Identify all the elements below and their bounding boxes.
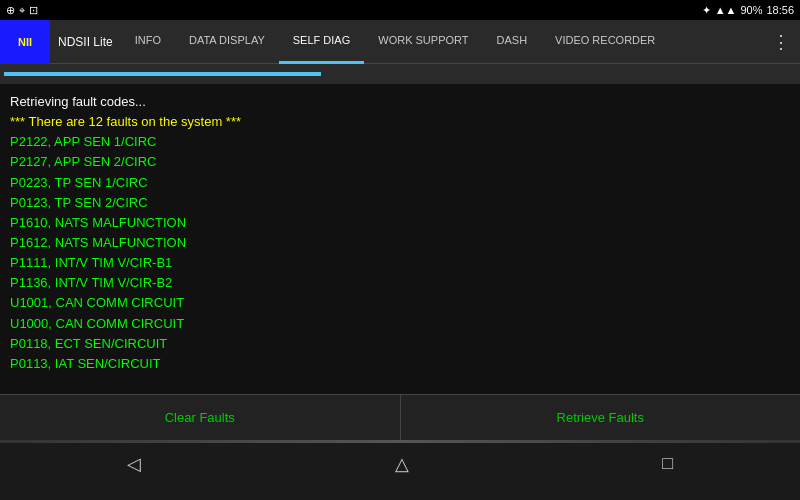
fault-line-count: *** There are 12 faults on the system **… [10,112,790,132]
progress-bar [4,72,796,76]
battery-text: 90% [740,4,762,16]
content-area[interactable]: Retrieving fault codes... *** There are … [0,84,800,394]
fault-line-p1111: P1111, INT/V TIM V/CIR-B1 [10,253,790,273]
progress-fill [4,72,321,76]
clear-faults-button[interactable]: Clear Faults [0,395,401,440]
tab-video-recorder[interactable]: VIDEO RECORDER [541,20,669,64]
back-button[interactable]: ◁ [107,447,161,481]
app-title: NDSII Lite [50,35,121,49]
tab-data-display[interactable]: DATA DISPLAY [175,20,279,64]
status-right-icons: ✦ ▲▲ 90% 18:56 [702,4,794,17]
fault-line-retrieving: Retrieving fault codes... [10,92,790,112]
home-button[interactable]: △ [375,447,429,481]
fault-line-u1001: U1001, CAN COMM CIRCUIT [10,293,790,313]
tab-work-support[interactable]: WORK SUPPORT [364,20,482,64]
time-display: 18:56 [766,4,794,16]
fault-line-p1136: P1136, INT/V TIM V/CIR-B2 [10,273,790,293]
status-bar: ⊕ ⌖ ⊡ ✦ ▲▲ 90% 18:56 [0,0,800,20]
recent-apps-icon: □ [662,453,673,474]
retrieve-faults-button[interactable]: Retrieve Faults [401,395,801,440]
tab-info[interactable]: INFO [121,20,175,64]
fault-line-p0118: P0118, ECT SEN/CIRCUIT [10,334,790,354]
nav-bar: NII NDSII Lite INFO DATA DISPLAY SELF DI… [0,20,800,64]
tab-self-diag[interactable]: SELF DIAG [279,20,364,64]
recent-apps-button[interactable]: □ [642,447,693,480]
screenshot-icon: ⊡ [29,4,38,17]
sys-nav-bar: ◁ △ □ [0,443,800,484]
app-logo: NII [0,20,50,64]
fault-line-p0223: P0223, TP SEN 1/CIRC [10,173,790,193]
bluetooth-icon: ✦ [702,4,711,17]
tab-dash[interactable]: DASH [483,20,542,64]
fault-line-p0113: P0113, IAT SEN/CIRCUIT [10,354,790,374]
fault-line-u1000: U1000, CAN COMM CIRCUIT [10,314,790,334]
gps-icon: ⊕ [6,4,15,17]
location-icon: ⌖ [19,4,25,17]
status-left-icons: ⊕ ⌖ ⊡ [6,4,38,17]
nav-tabs: INFO DATA DISPLAY SELF DIAG WORK SUPPORT… [121,20,762,64]
fault-line-p2127: P2127, APP SEN 2/CIRC [10,152,790,172]
bottom-buttons: Clear Faults Retrieve Faults [0,394,800,439]
menu-dots-button[interactable]: ⋮ [762,31,800,53]
fault-line-p1610: P1610, NATS MALFUNCTION [10,213,790,233]
fault-line-p2122: P2122, APP SEN 1/CIRC [10,132,790,152]
fault-line-p0123: P0123, TP SEN 2/CIRC [10,193,790,213]
wifi-icon: ▲▲ [715,4,737,16]
progress-area [0,64,800,84]
logo-text: NII [18,36,32,48]
fault-line-p1612: P1612, NATS MALFUNCTION [10,233,790,253]
back-icon: ◁ [127,453,141,475]
home-icon: △ [395,453,409,475]
